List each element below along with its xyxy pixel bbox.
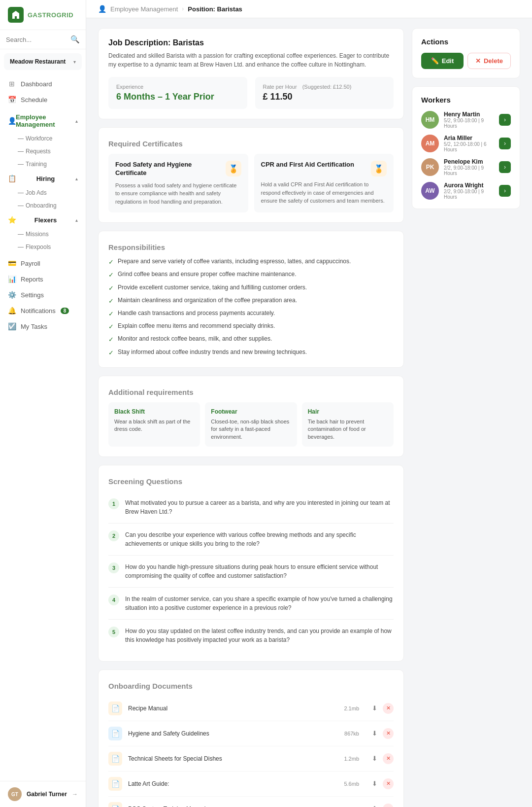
actions-card: Actions ✏️ Edit ✕ Delete xyxy=(412,28,520,78)
sidebar-item-workforce[interactable]: — Workforce xyxy=(0,132,86,145)
sidebar-item-requests[interactable]: — Requests xyxy=(0,145,86,158)
workers-card: Workers HM Henry Martin 5/2, 9:00-18:00 … xyxy=(412,86,520,209)
job-description-title: Job Description: Baristas xyxy=(108,38,394,47)
doc-delete-button[interactable]: ✕ xyxy=(383,703,394,714)
cert-item-1: CPR and First Aid Certification 🏅 Hold a… xyxy=(254,154,394,212)
rate-suggested: (Suggested: £12.50) xyxy=(302,84,352,90)
responsibility-item: ✓Provide excellent customer service, tak… xyxy=(108,283,394,293)
doc-download-button[interactable]: ⬇ xyxy=(369,778,380,789)
add-req-title: Footwear xyxy=(211,408,291,415)
doc-name: Recipe Manual xyxy=(128,705,338,712)
worker-arrow-button[interactable]: › xyxy=(499,114,511,126)
job-description-card: Job Description: Baristas Dedicated and … xyxy=(98,28,404,119)
doc-download-button[interactable]: ⬇ xyxy=(369,728,380,739)
chevron-up-icon: ▴ xyxy=(75,176,78,181)
doc-actions: ⬇ ✕ xyxy=(369,753,394,764)
document-item: 📄 Latte Art Guide: 5.6mb ⬇ ✕ xyxy=(108,772,394,797)
logo: GASTROGRID xyxy=(0,0,86,30)
doc-download-button[interactable]: ⬇ xyxy=(369,703,380,714)
search-icon[interactable]: 🔍 xyxy=(70,35,80,44)
worker-arrow-button[interactable]: › xyxy=(499,161,511,173)
nav-section-hiring-header[interactable]: 📋 Hiring ▴ xyxy=(0,171,86,186)
question-text: In the realm of customer service, can yo… xyxy=(125,595,394,612)
restaurant-selector[interactable]: Meadow Restaurant ▾ xyxy=(4,53,82,70)
doc-download-button[interactable]: ⬇ xyxy=(369,753,380,764)
check-icon: ✓ xyxy=(108,284,114,293)
worker-name: Aurora Wright xyxy=(444,182,494,189)
sidebar-item-notifications[interactable]: 🔔 Notifications 8 xyxy=(0,303,86,318)
side-column: Actions ✏️ Edit ✕ Delete Workers HM Henr… xyxy=(412,28,520,797)
doc-delete-button[interactable]: ✕ xyxy=(383,778,394,789)
breadcrumb-separator: › xyxy=(182,5,184,12)
cert-desc-0: Possess a valid food safety and hygiene … xyxy=(115,181,241,206)
section-label: Employee Management xyxy=(16,113,75,128)
payroll-icon: 💳 xyxy=(8,259,16,267)
sidebar-item-missions[interactable]: — Missions xyxy=(0,228,86,241)
cert-icon-0: 🏅 xyxy=(226,161,241,176)
worker-item: HM Henry Martin 5/2, 9:00-18:00 | 9 Hour… xyxy=(421,111,511,129)
nav-section-flexers-header[interactable]: ⭐ Flexers ▴ xyxy=(0,212,86,228)
breadcrumb-parent[interactable]: Employee Management xyxy=(110,5,178,13)
search-bar[interactable]: 🔍 xyxy=(0,30,86,49)
doc-size: 5.6mb xyxy=(344,781,359,787)
responsibility-item: ✓Grind coffee beans and ensure proper co… xyxy=(108,270,394,280)
worker-schedule: 2/2, 9:00-18:00 | 9 Hours xyxy=(444,165,494,176)
cert-item-0: Food Safety and Hygiene Certificate 🏅 Po… xyxy=(108,154,248,212)
edit-button[interactable]: ✏️ Edit xyxy=(421,53,464,69)
sidebar-item-reports[interactable]: 📊 Reports xyxy=(0,271,86,287)
cert-name-0: Food Safety and Hygiene Certificate xyxy=(115,161,222,177)
sidebar-item-job-ads[interactable]: — Job Ads xyxy=(0,186,86,199)
screening-questions-list: 1What motivated you to pursue a career a… xyxy=(108,491,394,651)
sidebar-item-onboarding[interactable]: — Onboarding xyxy=(0,199,86,212)
sidebar-item-label: Settings xyxy=(21,291,44,299)
sidebar-item-training[interactable]: — Training xyxy=(0,158,86,171)
rate-label: Rate per Hour (Suggested: £12.50) xyxy=(263,84,386,90)
section-label: Flexers xyxy=(34,216,57,224)
worker-avatar: HM xyxy=(421,111,439,129)
doc-delete-button[interactable]: ✕ xyxy=(383,804,394,807)
job-description-text: Dedicated and skilled Barista with a pas… xyxy=(108,51,394,69)
user-profile[interactable]: GT Gabriel Turner → xyxy=(0,781,86,807)
tasks-icon: ☑️ xyxy=(8,322,16,330)
cert-name-1: CPR and First Aid Certification xyxy=(261,161,354,169)
section-label: Hiring xyxy=(36,175,55,182)
main-column: Job Description: Baristas Dedicated and … xyxy=(98,28,404,797)
sidebar-item-label: Dashboard xyxy=(21,80,52,88)
additional-requirements-card: Additional requirements Black ShiftWear … xyxy=(98,376,404,457)
worker-avatar: AW xyxy=(421,182,439,200)
nav-section-employee-management-header[interactable]: 👤 Employee Management ▴ xyxy=(0,109,86,132)
onboarding-documents-title: Onboarding Documents xyxy=(108,682,394,690)
doc-download-button[interactable]: ⬇ xyxy=(369,804,380,807)
worker-item: AM Aria Miller 5/2, 12:00-18:00 | 6 Hour… xyxy=(421,135,511,152)
sidebar-item-my-tasks[interactable]: ☑️ My Tasks xyxy=(0,318,86,334)
sidebar-item-payroll[interactable]: 💳 Payroll xyxy=(0,255,86,271)
worker-arrow-button[interactable]: › xyxy=(499,138,511,149)
logo-text: GASTROGRID xyxy=(28,11,73,19)
certificates-title: Required Certificates xyxy=(108,140,394,148)
rate-box: Rate per Hour (Suggested: £12.50) £ 11.5… xyxy=(255,77,394,109)
avatar: GT xyxy=(8,787,22,801)
worker-schedule: 5/2, 9:00-18:00 | 9 Hours xyxy=(444,118,494,129)
question-number: 3 xyxy=(108,562,119,573)
worker-avatar: AM xyxy=(421,135,439,152)
main: 👤 Employee Management › Position: Barist… xyxy=(86,0,532,807)
question-number: 5 xyxy=(108,627,119,637)
sidebar-item-settings[interactable]: ⚙️ Settings xyxy=(0,287,86,303)
worker-info: Aria Miller 5/2, 12:00-18:00 | 6 Hours xyxy=(444,135,494,152)
doc-delete-button[interactable]: ✕ xyxy=(383,753,394,764)
document-item: 📄 POS System Training Manual: 5.6mb ⬇ ✕ xyxy=(108,797,394,807)
additional-requirement-item: FootwearClosed-toe, non-slip black shoes… xyxy=(205,402,297,447)
settings-icon: ⚙️ xyxy=(8,291,16,299)
doc-actions: ⬇ ✕ xyxy=(369,804,394,807)
responsibility-item: ✓Explain coffee menu items and recommend… xyxy=(108,322,394,331)
worker-arrow-button[interactable]: › xyxy=(499,185,511,197)
doc-delete-button[interactable]: ✕ xyxy=(383,728,394,739)
calendar-icon: 📅 xyxy=(8,96,16,104)
sidebar-item-label: Schedule xyxy=(21,96,47,104)
sidebar-item-schedule[interactable]: 📅 Schedule xyxy=(0,92,86,107)
search-input[interactable] xyxy=(6,36,66,43)
delete-button[interactable]: ✕ Delete xyxy=(467,53,511,69)
sidebar-item-dashboard[interactable]: ⊞ Dashboard xyxy=(0,76,86,92)
sidebar-item-flexpools[interactable]: — Flexpools xyxy=(0,241,86,253)
chevron-up-icon: ▴ xyxy=(75,118,78,124)
